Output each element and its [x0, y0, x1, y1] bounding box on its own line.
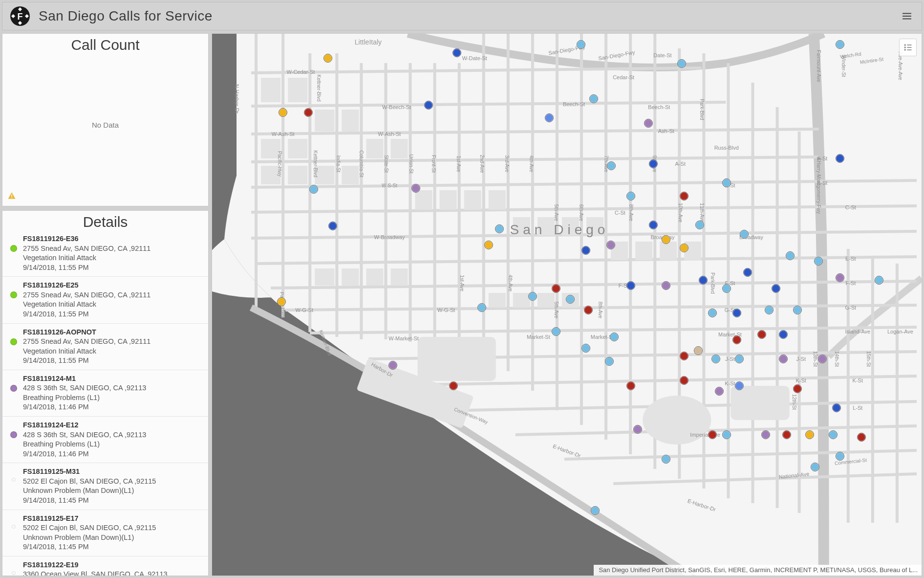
map-call-point[interactable]	[649, 159, 658, 168]
map-call-point[interactable]	[680, 192, 688, 200]
map-call-point[interactable]	[649, 221, 658, 229]
map-call-point[interactable]	[584, 306, 593, 314]
details-list[interactable]: FS18119126-E362755 Snead Av, SAN DIEGO, …	[2, 230, 208, 576]
map-call-point[interactable]	[875, 276, 883, 285]
map-panel: San Diego LittleItalyW-Date-StSan-Diego-…	[212, 33, 922, 576]
list-item[interactable]: FS18119124-E12428 S 36th St, SAN DIEGO, …	[2, 416, 208, 463]
map-call-point[interactable]	[786, 251, 795, 260]
map-call-point[interactable]	[765, 306, 774, 314]
map-call-point[interactable]	[581, 246, 590, 255]
map-call-point[interactable]	[708, 309, 717, 317]
map-call-point[interactable]	[581, 344, 590, 353]
map-call-point[interactable]	[644, 119, 653, 128]
map-legend-button[interactable]	[899, 39, 917, 56]
map-call-point[interactable]	[309, 185, 318, 194]
map-call-point[interactable]	[626, 381, 635, 390]
map-call-point[interactable]	[606, 241, 615, 249]
map-call-point[interactable]	[779, 330, 788, 339]
detail-time: 9/14/2018, 11:46 PM	[23, 402, 146, 412]
map-call-point[interactable]	[662, 455, 670, 464]
map-call-point[interactable]	[732, 309, 741, 317]
map-call-point[interactable]	[607, 161, 616, 170]
map-call-point[interactable]	[829, 430, 838, 439]
list-item[interactable]: FS18119126-AOPNOT2755 Snead Av, SAN DIEG…	[2, 323, 208, 370]
map-call-point[interactable]	[279, 108, 287, 117]
map-call-point[interactable]	[722, 284, 731, 293]
map-call-point[interactable]	[633, 425, 642, 434]
map-call-point[interactable]	[449, 381, 458, 390]
map-call-point[interactable]	[735, 381, 744, 390]
map-call-point[interactable]	[715, 387, 724, 396]
map-call-point[interactable]	[662, 281, 670, 290]
map-call-point[interactable]	[577, 40, 585, 49]
map-call-point[interactable]	[722, 178, 731, 187]
menu-button[interactable]	[897, 6, 917, 26]
map-call-point[interactable]	[832, 403, 841, 412]
map-call-point[interactable]	[323, 54, 332, 63]
map-call-point[interactable]	[857, 433, 866, 442]
detail-type: Unknown Problem (Man Down)(L1)	[23, 486, 156, 496]
map-call-point[interactable]	[495, 224, 504, 233]
map-call-point[interactable]	[836, 452, 844, 461]
map-call-point[interactable]	[793, 384, 802, 393]
map-call-point[interactable]	[743, 268, 752, 277]
map-call-point[interactable]	[836, 40, 844, 49]
list-item[interactable]: FS18119126-E252755 Snead Av, SAN DIEGO, …	[2, 276, 208, 323]
map-call-point[interactable]	[528, 292, 537, 301]
map-call-point[interactable]	[545, 113, 554, 122]
map-call-point[interactable]	[304, 108, 313, 117]
list-item[interactable]: FS18119124-M1428 S 36th St, SAN DIEGO, C…	[2, 370, 208, 416]
map-call-point[interactable]	[699, 276, 708, 285]
map-call-point[interactable]	[782, 430, 791, 439]
map-call-point[interactable]	[591, 506, 600, 515]
map-call-point[interactable]	[814, 257, 823, 266]
map-call-point[interactable]	[610, 333, 619, 341]
map-call-point[interactable]	[452, 48, 461, 57]
map-call-point[interactable]	[708, 430, 717, 439]
map-call-point[interactable]	[793, 306, 802, 314]
map-call-point[interactable]	[626, 192, 635, 200]
map-call-point[interactable]	[552, 284, 560, 293]
map-call-point[interactable]	[779, 355, 788, 363]
map-call-point[interactable]	[626, 281, 635, 290]
map-call-point[interactable]	[388, 361, 397, 370]
map-call-point[interactable]	[722, 430, 731, 439]
list-item[interactable]: FS18119122-E193360 Ocean View Bl, SAN DI…	[2, 556, 208, 576]
map-call-point[interactable]	[424, 101, 433, 110]
map-call-point[interactable]	[757, 330, 766, 339]
map-call-point[interactable]	[680, 352, 688, 360]
map-call-point[interactable]	[328, 222, 337, 230]
map-call-point[interactable]	[677, 59, 686, 68]
list-item[interactable]: FS18119125-E175202 El Cajon Bl, SAN DIEG…	[2, 510, 208, 556]
map-call-point[interactable]	[761, 430, 770, 439]
map-call-point[interactable]	[836, 154, 844, 163]
detail-text: FS18119122-E193360 Ocean View Bl, SAN DI…	[23, 560, 168, 576]
map-call-point[interactable]	[552, 327, 560, 336]
map-call-point[interactable]	[818, 355, 827, 363]
map-call-point[interactable]	[589, 94, 598, 103]
map-call-point[interactable]	[680, 244, 688, 252]
map-call-point[interactable]	[662, 235, 670, 244]
map-call-point[interactable]	[805, 430, 814, 439]
map-call-point[interactable]	[477, 303, 486, 312]
map-canvas[interactable]: San Diego LittleItalyW-Date-StSan-Diego-…	[212, 34, 922, 576]
map-call-point[interactable]	[277, 297, 286, 306]
map-call-point[interactable]	[566, 295, 575, 304]
map-call-point[interactable]	[811, 463, 819, 471]
map-call-point[interactable]	[694, 346, 703, 355]
list-item[interactable]: FS18119125-M315202 El Cajon Bl, SAN DIEG…	[2, 463, 208, 509]
map-call-point[interactable]	[732, 335, 741, 344]
map-call-point[interactable]	[695, 221, 704, 229]
map-call-point[interactable]	[711, 355, 720, 363]
map-call-point[interactable]	[772, 284, 780, 293]
map-call-point[interactable]	[740, 230, 749, 239]
map-call-point[interactable]	[735, 355, 744, 363]
list-item[interactable]: FS18119126-E362755 Snead Av, SAN DIEGO, …	[2, 230, 208, 276]
detail-type: Vegetation Initial Attack	[23, 253, 150, 263]
map-call-point[interactable]	[411, 184, 420, 193]
map-call-point[interactable]	[605, 357, 614, 366]
map-call-point[interactable]	[836, 273, 844, 282]
map-call-point[interactable]	[680, 376, 688, 385]
map-call-point[interactable]	[484, 241, 493, 249]
call-type-dot-icon	[10, 431, 17, 438]
